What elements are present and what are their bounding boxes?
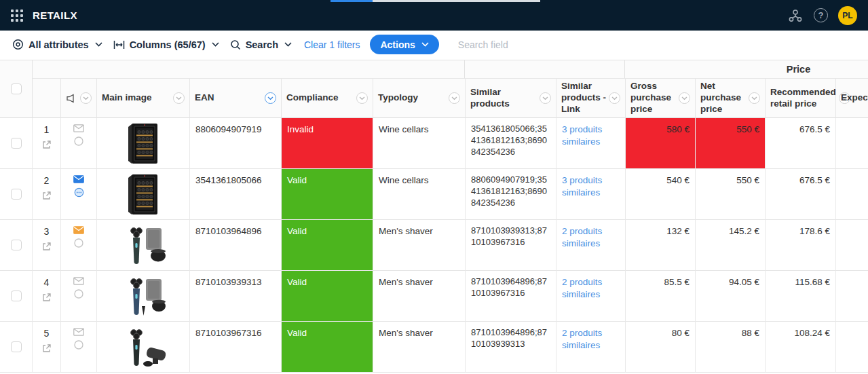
open-product-icon[interactable] <box>42 343 52 353</box>
similar-products-cell: 8710103964896;8710103967316 <box>466 271 556 321</box>
row-checkbox[interactable] <box>11 291 22 301</box>
row-number: 1 <box>44 124 50 136</box>
similar-products-cell: 8710103964896;8710103939313 <box>466 322 556 372</box>
expected-margin-cell <box>836 271 868 321</box>
open-product-icon[interactable] <box>42 140 52 149</box>
net-price-cell: 94.05 € <box>696 271 765 321</box>
scrollbar-thumb[interactable] <box>331 0 373 2</box>
compliance-badge: Valid <box>282 271 373 321</box>
column-header-gross-price[interactable]: Gross purchase price <box>626 79 696 118</box>
row-checkbox[interactable] <box>11 138 22 149</box>
net-price-cell: 145.2 € <box>696 220 765 270</box>
product-image <box>97 169 189 219</box>
columns-dropdown[interactable]: Columns (65/67) <box>113 39 219 50</box>
gross-price-cell: 132 € <box>626 220 695 270</box>
column-filter-icon[interactable] <box>449 92 460 104</box>
comment-status-icon <box>74 289 83 299</box>
search-label: Search <box>246 39 278 50</box>
actions-button[interactable]: Actions <box>370 35 438 54</box>
megaphone-icon <box>66 94 77 103</box>
row-checkbox[interactable] <box>11 189 22 200</box>
similar-products-cell: 3541361805066;3541361812163;869084235423… <box>466 118 556 168</box>
net-price-cell: 550 € <box>696 118 765 168</box>
column-filter-icon[interactable] <box>80 92 92 104</box>
product-image <box>97 271 189 321</box>
comment-status-icon <box>74 136 83 146</box>
column-filter-icon[interactable] <box>173 92 185 104</box>
actions-label: Actions <box>380 39 415 50</box>
mail-status-icon <box>73 328 84 336</box>
ean-cell: 8710103967316 <box>190 322 281 372</box>
ean-cell: 8806094907919 <box>190 118 281 168</box>
ean-cell: 8710103939313 <box>190 271 281 321</box>
comment-status-icon <box>74 187 84 198</box>
similar-products-link[interactable]: 2 produits similaires <box>562 327 620 351</box>
ean-cell: 3541361805066 <box>190 169 281 219</box>
column-filter-icon[interactable] <box>749 92 760 104</box>
open-product-icon[interactable] <box>42 242 52 251</box>
search-icon <box>230 39 241 50</box>
column-header-expected-margin[interactable]: Expected margin rate <box>836 79 868 118</box>
column-header-main-image[interactable]: Main image <box>97 79 190 118</box>
product-image <box>97 118 189 168</box>
column-header-typology[interactable]: Typology <box>373 79 466 118</box>
similar-products-cell: 8806094907919;3541361812163;869084235423… <box>466 169 556 219</box>
column-header-ean[interactable]: EAN <box>190 79 282 118</box>
mail-status-icon <box>73 124 84 132</box>
column-header-net-price[interactable]: Net purchase price <box>696 79 766 118</box>
compliance-badge: Valid <box>282 169 373 219</box>
clear-filters-link[interactable]: Clear 1 filters <box>304 39 360 50</box>
table-body: 1 8806094907919 <box>0 118 868 373</box>
column-header-retail-price[interactable]: Recommended retail price <box>766 79 836 118</box>
column-sort-active-icon[interactable] <box>265 92 276 104</box>
gross-price-cell: 80 € <box>626 322 695 372</box>
column-header-similar-products[interactable]: Similar products <box>466 79 556 118</box>
comment-status-icon <box>74 238 83 248</box>
network-icon[interactable] <box>787 7 804 24</box>
gross-price-cell: 580 € <box>626 118 695 168</box>
group-header-main <box>33 60 465 79</box>
column-filter-icon[interactable] <box>356 92 368 104</box>
all-attributes-dropdown[interactable]: All attributes <box>12 39 102 50</box>
expected-margin-cell <box>836 118 868 168</box>
chevron-down-icon <box>212 42 219 47</box>
net-price-cell: 550 € <box>696 169 765 219</box>
user-avatar[interactable]: PL <box>838 6 857 25</box>
all-attributes-label: All attributes <box>29 39 89 50</box>
similar-products-link[interactable]: 2 produits similaires <box>562 276 620 300</box>
top-app-bar: RETAILX ? PL <box>0 0 868 31</box>
product-image <box>97 220 189 270</box>
compliance-badge: Invalid <box>282 118 373 168</box>
open-product-icon[interactable] <box>42 293 52 302</box>
comment-status-icon <box>74 340 83 350</box>
group-header-price: Price <box>625 60 868 79</box>
retail-price-cell: 676.5 € <box>766 118 835 168</box>
column-filter-icon[interactable] <box>609 92 620 104</box>
row-checkbox[interactable] <box>11 341 22 352</box>
row-number: 5 <box>44 327 50 339</box>
app-launcher-icon[interactable] <box>11 10 23 22</box>
column-filter-icon[interactable] <box>679 92 690 104</box>
typology-cell: Wine cellars <box>373 169 465 219</box>
column-header-compliance[interactable]: Compliance <box>282 79 373 118</box>
column-header-notifications[interactable] <box>61 79 97 118</box>
similar-products-link[interactable]: 2 produits similaires <box>562 225 620 249</box>
help-icon[interactable]: ? <box>814 8 828 22</box>
chevron-down-icon <box>95 42 102 47</box>
row-checkbox[interactable] <box>11 240 22 250</box>
horizontal-scrollbar[interactable] <box>331 0 540 2</box>
select-all-checkbox[interactable] <box>11 83 22 94</box>
search-dropdown[interactable]: Search <box>230 39 292 50</box>
open-product-icon[interactable] <box>42 191 52 200</box>
typology-cell: Men's shaver <box>373 271 465 321</box>
attributes-target-icon <box>12 39 24 50</box>
search-field-input[interactable] <box>458 39 587 50</box>
product-image <box>97 322 189 372</box>
column-header-similar-link[interactable]: Similar products - Link <box>556 79 626 118</box>
row-number: 4 <box>44 276 50 288</box>
similar-products-link[interactable]: 3 produits similaires <box>562 124 620 147</box>
expected-margin-cell <box>836 220 868 270</box>
similar-products-link[interactable]: 3 produits similaires <box>562 174 620 198</box>
column-filter-icon[interactable] <box>540 92 551 104</box>
table-row: 2 3541361805066 <box>0 169 868 220</box>
